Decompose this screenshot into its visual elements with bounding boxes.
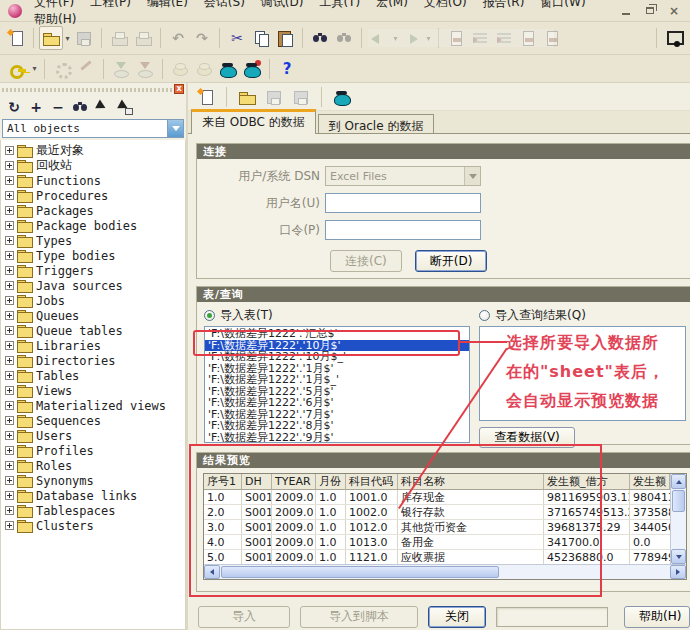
execute-button[interactable] bbox=[168, 57, 192, 81]
column-header[interactable]: 科目名称 bbox=[398, 474, 544, 489]
new-file-button[interactable] bbox=[4, 26, 28, 50]
break-button[interactable] bbox=[216, 57, 240, 81]
table-row[interactable]: 4.0 S001 2009.0 1.0 1013.0 备用金 341700.0 … bbox=[204, 535, 670, 550]
dsn-chevron-icon[interactable] bbox=[464, 167, 480, 185]
expand-plus-icon[interactable] bbox=[5, 371, 14, 380]
tree-item[interactable]: Directories bbox=[5, 353, 185, 368]
tree-item[interactable]: Clusters bbox=[5, 518, 185, 533]
query-text-area[interactable] bbox=[479, 326, 686, 421]
importer-open-button[interactable] bbox=[235, 85, 259, 109]
tree-item[interactable]: Triggers bbox=[5, 263, 185, 278]
import-table-radio[interactable] bbox=[204, 310, 215, 321]
scroll-left-icon[interactable] bbox=[204, 565, 220, 579]
outdent-button[interactable] bbox=[492, 26, 516, 50]
tree-item[interactable]: Queue tables bbox=[5, 323, 185, 338]
tree-item[interactable]: Packages bbox=[5, 203, 185, 218]
tree-item[interactable]: Sequences bbox=[5, 413, 185, 428]
expand-plus-icon[interactable] bbox=[5, 416, 14, 425]
tree-item[interactable]: Materialized views bbox=[5, 398, 185, 413]
expand-plus-icon[interactable] bbox=[5, 281, 14, 290]
close-dialog-button[interactable]: 关闭 bbox=[428, 606, 486, 628]
tree-item[interactable]: Java sources bbox=[5, 278, 185, 293]
tree-item[interactable]: Users bbox=[5, 428, 185, 443]
cut-button[interactable]: ✂ bbox=[225, 26, 249, 50]
edit-button[interactable] bbox=[74, 57, 98, 81]
sheet-list-item[interactable]: 'F:\数据差异1222'.'1月$' bbox=[205, 363, 469, 375]
paste-button[interactable] bbox=[273, 26, 297, 50]
tree-item[interactable]: Queues bbox=[5, 308, 185, 323]
tree-item[interactable]: Jobs bbox=[5, 293, 185, 308]
tree-item[interactable]: Tables bbox=[5, 368, 185, 383]
tree-item[interactable]: 回收站 bbox=[5, 158, 185, 173]
kill-button[interactable] bbox=[240, 57, 264, 81]
menu-item[interactable]: 调试(D) bbox=[253, 0, 312, 11]
menu-item[interactable]: 帮助(H) bbox=[26, 10, 84, 28]
rollback-button[interactable] bbox=[133, 57, 157, 81]
menu-item[interactable]: 窗口(W) bbox=[532, 0, 593, 11]
expand-plus-icon[interactable] bbox=[5, 191, 14, 200]
expand-plus-icon[interactable] bbox=[5, 266, 14, 275]
forward-dropdown-chevron[interactable]: ▾ bbox=[424, 27, 433, 49]
importer-save-as-button[interactable] bbox=[289, 85, 313, 109]
expand-plus-icon[interactable] bbox=[5, 161, 14, 170]
tree-item[interactable]: Roles bbox=[5, 458, 185, 473]
expand-button[interactable]: + bbox=[26, 97, 46, 117]
expand-plus-icon[interactable] bbox=[5, 401, 14, 410]
preferences-button[interactable] bbox=[50, 57, 74, 81]
tree-item[interactable]: Types bbox=[5, 233, 185, 248]
expand-plus-icon[interactable] bbox=[5, 341, 14, 350]
scroll-up-icon[interactable] bbox=[671, 474, 686, 489]
tree-item[interactable]: Tablespaces bbox=[5, 503, 185, 518]
expand-plus-icon[interactable] bbox=[5, 206, 14, 215]
browser-filter-combobox[interactable]: All objects bbox=[2, 119, 184, 138]
expand-plus-icon[interactable] bbox=[5, 146, 14, 155]
save-button[interactable] bbox=[72, 26, 96, 50]
tree-item[interactable]: Database links bbox=[5, 488, 185, 503]
sheet-list-item[interactable]: 'F:\数据差异1222'.'7月$' bbox=[205, 409, 469, 421]
locate-button[interactable] bbox=[92, 97, 112, 117]
panel-close-icon[interactable]: x bbox=[174, 84, 184, 94]
menu-item[interactable]: 工具(T) bbox=[311, 0, 368, 11]
disconnect-button[interactable]: 断开(D) bbox=[415, 250, 488, 272]
sheet-list-item[interactable]: 'F:\数据差异1222'.'10月$_' bbox=[205, 351, 469, 363]
sheet-list-item[interactable]: 'F:\数据差异1222'.'10月$' bbox=[205, 340, 469, 352]
horizontal-scrollbar[interactable] bbox=[204, 564, 686, 579]
column-header[interactable]: TYEAR bbox=[272, 474, 316, 489]
expand-plus-icon[interactable] bbox=[5, 476, 14, 485]
tab-from-odbc[interactable]: 来自 ODBC 的数据 bbox=[191, 109, 316, 134]
indent-button[interactable] bbox=[468, 26, 492, 50]
open-file-button[interactable] bbox=[39, 26, 63, 50]
copy-button[interactable] bbox=[249, 26, 273, 50]
tree-item[interactable]: Profiles bbox=[5, 443, 185, 458]
menu-item[interactable]: 宏(M) bbox=[368, 0, 416, 11]
expand-plus-icon[interactable] bbox=[5, 176, 14, 185]
sheet-list-item[interactable]: 'F:\数据差异1222'.'8月$' bbox=[205, 420, 469, 432]
expand-plus-icon[interactable] bbox=[5, 506, 14, 515]
table-row[interactable]: 3.0 S001 2009.0 1.0 1012.0 其他货币资金 396813… bbox=[204, 520, 670, 535]
expand-plus-icon[interactable] bbox=[5, 431, 14, 440]
panel-grip[interactable]: x bbox=[2, 85, 184, 95]
collapse-button[interactable]: − bbox=[48, 97, 68, 117]
column-header[interactable]: 序号1 bbox=[204, 474, 242, 489]
back-button[interactable] bbox=[367, 26, 391, 50]
expand-plus-icon[interactable] bbox=[5, 311, 14, 320]
tab-to-oracle[interactable]: 到 Oracle 的数据 bbox=[318, 114, 435, 133]
scroll-down-icon[interactable] bbox=[671, 549, 686, 564]
redo-button[interactable]: ↷ bbox=[190, 26, 214, 50]
tree-item[interactable]: Procedures bbox=[5, 188, 185, 203]
find-next-button[interactable] bbox=[332, 26, 356, 50]
session-dropdown-chevron[interactable]: ▾ bbox=[30, 58, 39, 80]
table-row[interactable]: 5.0 S001 2009.0 1.0 1121.0 应收票据 45236880… bbox=[204, 550, 670, 564]
connect-button[interactable]: 连接(C) bbox=[330, 250, 402, 272]
locate-object-button[interactable] bbox=[114, 97, 134, 117]
tree-item[interactable]: Synonyms bbox=[5, 473, 185, 488]
sheet-list-item[interactable]: 'F:\数据差异1222'.'9月$' bbox=[205, 432, 469, 444]
column-header[interactable]: 发生额_借方 bbox=[544, 474, 630, 489]
scroll-right-icon[interactable] bbox=[670, 565, 686, 579]
menu-item[interactable]: 文档(O) bbox=[416, 0, 475, 11]
undo-button[interactable]: ↶ bbox=[166, 26, 190, 50]
expand-plus-icon[interactable] bbox=[5, 296, 14, 305]
menu-item[interactable]: 报告(R) bbox=[475, 0, 533, 11]
comment-button[interactable] bbox=[516, 26, 540, 50]
close-button[interactable]: × bbox=[666, 4, 682, 18]
